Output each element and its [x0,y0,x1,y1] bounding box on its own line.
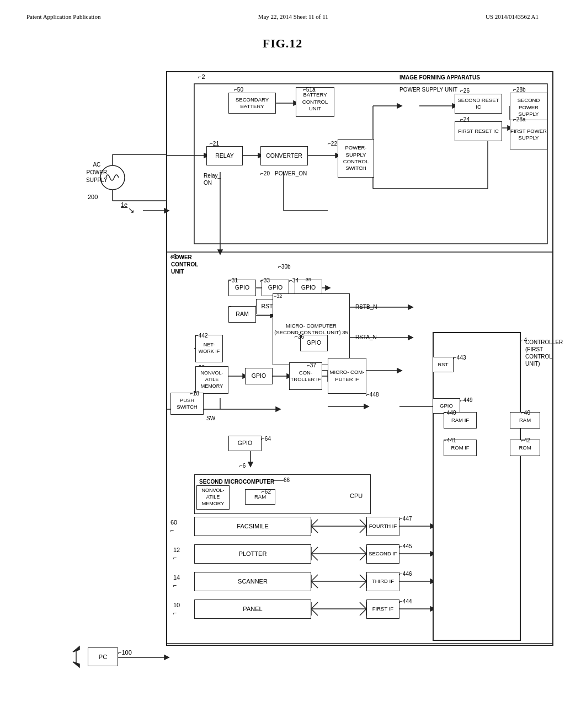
svg-line-94 [360,581,366,588]
svg-line-89 [311,554,318,560]
ref-32: ⌐32 [274,293,282,300]
ref-51a: ⌐51a [303,86,316,93]
svg-marker-29 [218,250,222,254]
ref-6: ⌐6 [239,462,246,469]
svg-line-87 [360,554,366,560]
controller-if-box: CON- TROLLER IF [289,362,322,390]
ref-37: ⌐37 [307,362,316,369]
ref-28b: ⌐28b [513,86,526,93]
ref-200: 200 [88,193,98,201]
second-reset-ic-box: SECOND RESET IC [455,94,502,114]
ref-36: ⌐36 [295,333,304,340]
ref-33: ⌐33 [260,277,270,284]
svg-line-82 [311,526,318,533]
nonvol-mem2-box: NONVOL- ATILE MEMORY [196,485,230,510]
svg-marker-71 [248,462,253,467]
sw-label: SW [206,415,215,422]
svg-line-88 [311,547,318,554]
ref-20: ⌐20 [260,170,270,177]
ref-22: ⌐22 [328,140,337,147]
fig-title: FIG.12 [0,36,565,51]
gpio-mid-box: GPIO [300,335,328,351]
svg-marker-53 [397,368,402,373]
cpu-label: CPU [350,492,363,500]
power-supply-unit-label: POWER SUPPLY UNIT [399,86,457,93]
svg-marker-34 [326,286,330,290]
svg-marker-116 [164,208,169,213]
ref-448: ⌐448 [366,391,379,398]
svg-marker-114 [164,655,169,660]
power-control-unit-label: POWERCONTROLUNIT [171,254,198,275]
pc-box: PC [88,647,118,666]
second-if-box: SECOND IF [366,544,399,564]
header-center: May 22, 2014 Sheet 11 of 11 [258,13,328,20]
scanner-box: SCANNER [194,572,311,591]
svg-marker-16 [397,104,402,108]
secondary-battery-box: SECONDARY BATTERY [228,93,276,114]
nonvol-mem-box: NONVOL- ATILE MEMORY [195,366,228,394]
panel-box: PANEL [194,599,311,619]
svg-line-86 [360,547,366,554]
svg-marker-40 [408,305,413,309]
fourth-if-box: FOURTH IF [366,517,399,536]
svg-line-103 [311,609,318,615]
ref-14: 14⌐ [173,574,180,590]
image-forming-label: IMAGE FORMING APPARATUS [399,74,480,81]
relay-on-label: Relay_ON [204,172,221,186]
ref-24: ⌐24 [460,116,470,123]
ref-1e: 1e [121,201,127,208]
pscs-box: POWER- SUPPLY CONTROL SWITCH [338,139,374,178]
controller-box [433,332,521,641]
svg-marker-42 [408,335,413,340]
svg-marker-69 [276,407,280,411]
first-power-supply-box: FIRST POWER SUPPLY [510,120,547,149]
ref-26: ⌐26 [460,87,470,94]
plotter-box: PLOTTER [194,544,311,564]
ref-30b: ⌐30b [278,263,291,270]
relay-box: RELAY [206,146,243,165]
svg-line-101 [360,609,366,615]
ref-28a: ⌐28a [513,116,526,123]
svg-line-102 [311,602,318,609]
controller-label: CONTROLLER(FIRSTCONTROLUNIT) [525,339,563,367]
ref-12: 12⌐ [173,546,180,562]
ref-445: ⌐445 [399,543,412,550]
ref-60: 60⌐ [170,518,177,534]
ref-447: ⌐447 [399,515,412,522]
ref-2: ⌐2 [198,73,205,81]
ref-440: ⌐440 [444,409,456,416]
header-right: US 2014/0143562 A1 [486,13,539,20]
ref-100: ⌐100 [118,649,132,656]
diagram-container: IMAGE FORMING APPARATUS POWER SUPPLY UNI… [57,56,565,679]
svg-line-80 [360,526,366,533]
first-if-box: FIRST IF [366,599,399,619]
ref-449: ⌐449 [460,397,473,404]
first-reset-ic-box: FIRST RESET IC [455,121,502,141]
third-if-box: THIRD IF [366,572,399,591]
svg-line-79 [360,520,366,526]
ref-443: ⌐443 [454,354,466,361]
page-header: Patent Application Publication May 22, 2… [0,0,565,25]
rsta-n-label: RSTA_N [355,334,377,341]
micro-com-puter-if-box: MICRO- COM- PUTER IF [328,358,366,394]
ref-442: ⌐442 [195,332,208,339]
arrow-1e: ↘ [128,205,135,215]
svg-line-96 [311,581,318,588]
ref-21: ⌐21 [210,140,219,147]
gpio-bot-box: GPIO [245,368,273,384]
ref-50: ⌐50 [234,86,243,93]
ref-10: 10⌐ [173,601,180,617]
ref-34: ⌐34 [289,277,299,284]
ref-42: ⌐42 [521,437,530,444]
ref-66: ——66 [273,477,290,484]
gpio-64-box: GPIO [228,436,262,451]
ref-32-label: ⌐ [228,303,232,311]
facsimile-box: FACSIMILE [194,517,311,536]
header-left: Patent Application Publication [26,13,100,20]
microcomputer-box: MICRO- COMPUTER (SECOND CONTROL UNIT) 35 [273,293,350,365]
ref-18: ⌐18 [190,390,199,397]
ref-444: ⌐444 [399,598,412,605]
ref-62: ⌐62 [262,488,271,495]
svg-line-100 [360,602,366,609]
ref-39: 39 [306,277,311,283]
